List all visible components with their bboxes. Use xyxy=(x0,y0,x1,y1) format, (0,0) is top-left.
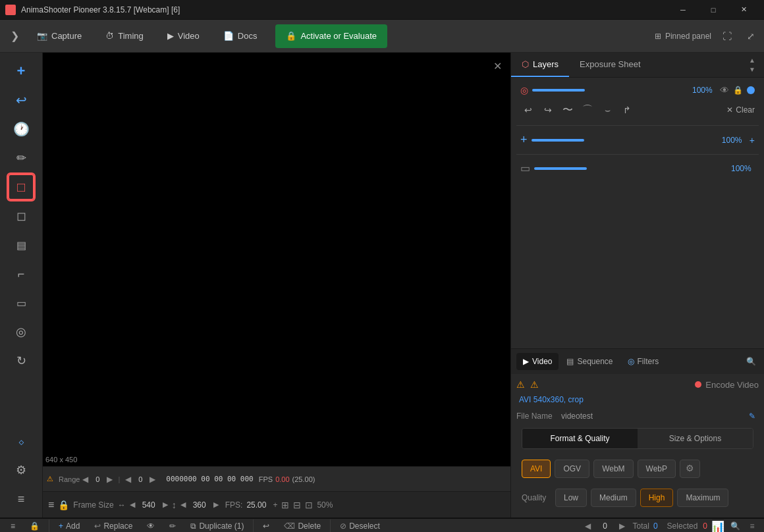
timeline-menu-button[interactable]: ≡ xyxy=(746,519,759,532)
layer-frame-icon[interactable]: ▭ xyxy=(520,162,530,174)
layer1-opacity-slider[interactable] xyxy=(532,89,585,92)
pencil-button[interactable]: ✏ xyxy=(8,145,34,171)
redirect-button[interactable]: ↱ xyxy=(619,102,635,118)
new-layer-button[interactable]: + xyxy=(8,58,34,84)
quality-btn-maximum[interactable]: Maximum xyxy=(677,489,728,507)
undo-button[interactable]: ↩ xyxy=(520,102,536,118)
layer3-opacity-bar[interactable] xyxy=(534,167,727,170)
tab-docs[interactable]: 📄 Docs xyxy=(213,24,268,48)
vsf-tab-video[interactable]: ▶ Video xyxy=(516,353,559,370)
tab-video[interactable]: ▶ Video xyxy=(157,24,210,48)
settings-button[interactable]: ⚙ xyxy=(8,457,34,483)
delete-button[interactable]: ⌫ Delete xyxy=(279,519,326,532)
fullscreen-button[interactable]: ⛶ xyxy=(719,28,735,44)
timeline-search-button[interactable]: 🔍 xyxy=(728,519,742,532)
deselect-button[interactable]: ⊘ Deselect xyxy=(335,519,385,532)
width-inc-button[interactable]: ▶ xyxy=(163,500,168,509)
tab-exposure-sheet[interactable]: Exposure Sheet xyxy=(569,53,651,77)
format-btn-avi[interactable]: AVI xyxy=(522,460,551,478)
timeline-sliders-button[interactable]: ≡ xyxy=(5,519,20,532)
minimize-button[interactable]: ─ xyxy=(668,0,698,20)
replace-button[interactable]: ↩ Replace xyxy=(89,519,138,532)
layer1-opacity-val: 100% xyxy=(692,86,716,95)
panel-scroll-down[interactable]: ▼ xyxy=(746,65,759,75)
format-btn-ogv[interactable]: OGV xyxy=(555,460,589,478)
fit-icon-2[interactable]: ⊟ xyxy=(293,500,301,510)
tab-layers[interactable]: ⬡ Layers xyxy=(511,53,569,77)
wave3-button[interactable]: ⌣ xyxy=(599,102,615,118)
maximize-button[interactable]: □ xyxy=(698,0,728,20)
encode-video-button[interactable]: Encode Video xyxy=(695,380,759,390)
layer1-lock-icon[interactable]: 🔒 xyxy=(733,86,743,95)
close-button[interactable]: ✕ xyxy=(728,0,759,20)
sliders-button[interactable]: ≡ xyxy=(8,486,34,512)
stairs-button[interactable]: ⌐ xyxy=(8,261,34,287)
sliders-icon-bottom[interactable]: ≡ xyxy=(48,499,54,511)
layer1-color[interactable] xyxy=(747,86,755,94)
quality-btn-high[interactable]: High xyxy=(640,489,674,507)
box-outline-button[interactable]: ◻ xyxy=(8,203,34,229)
layer1-opacity-bar[interactable] xyxy=(532,89,688,92)
format-btn-gear[interactable]: ⚙ xyxy=(680,460,700,478)
plus-icon[interactable]: + xyxy=(273,500,277,510)
lock-icon-bottom[interactable]: 🔒 xyxy=(58,500,69,510)
expand-button[interactable]: ⤢ xyxy=(743,28,759,44)
onion-skin-button[interactable]: ⬦ xyxy=(8,428,34,454)
fq-tab-format[interactable]: Format & Quality xyxy=(522,429,638,448)
layer2-plus-icon[interactable]: + xyxy=(750,135,755,146)
format-btn-webm[interactable]: WebM xyxy=(593,460,633,478)
wave2-button[interactable]: ⌒ xyxy=(580,102,595,118)
clock-button[interactable]: 🕐 xyxy=(8,116,34,142)
fq-tab-size[interactable]: Size & Options xyxy=(638,429,753,448)
layer3-opacity-slider[interactable] xyxy=(534,167,587,170)
timeline-undo-button[interactable]: ↩ xyxy=(258,519,275,532)
timeline-fwd-button[interactable]: ▶ xyxy=(616,519,629,532)
layer2-opacity-slider[interactable] xyxy=(532,139,584,142)
timeline-back-button[interactable]: ◀ xyxy=(582,519,595,532)
height-dec-button[interactable]: ◀ xyxy=(180,500,186,509)
frame-back-1[interactable]: ◀ xyxy=(82,475,88,484)
fit-icon-1[interactable]: ⊞ xyxy=(281,500,289,510)
frame-button[interactable]: ▭ xyxy=(8,290,34,316)
timeline-lock-button[interactable]: 🔒 xyxy=(24,519,45,532)
redo-button[interactable]: ↪ xyxy=(540,102,556,118)
clear-button[interactable]: ✕ Clear xyxy=(726,105,755,115)
circle-button[interactable]: ◎ xyxy=(8,319,34,345)
red-box-button[interactable]: □ xyxy=(8,174,34,200)
titlebar-controls[interactable]: ─ □ ✕ xyxy=(668,0,759,20)
layer1-eye-icon[interactable]: 👁 xyxy=(720,85,729,95)
quality-btn-low[interactable]: Low xyxy=(555,489,587,507)
layer2-opacity-bar[interactable] xyxy=(532,139,718,142)
vsf-search-button[interactable]: 🔍 xyxy=(743,354,759,369)
duplicate-button[interactable]: ⧉ Duplicate (1) xyxy=(185,519,249,532)
frame-fwd-2[interactable]: ▶ xyxy=(150,475,155,484)
wave1-button[interactable]: 〜 xyxy=(560,102,576,118)
frame-back-2[interactable]: ◀ xyxy=(125,475,131,484)
file-name-edit-button[interactable]: ✎ xyxy=(746,410,759,423)
eye-button[interactable]: 👁 xyxy=(142,519,160,532)
refresh-button[interactable]: ↻ xyxy=(8,348,34,374)
panel-scroll-up[interactable]: ▲ xyxy=(746,55,759,65)
timeline-sliders-icon: ≡ xyxy=(11,521,15,531)
timeline-pencil-button[interactable]: ✏ xyxy=(164,519,181,532)
fit-icon-3[interactable]: ⊡ xyxy=(305,500,313,510)
import-button[interactable]: ↩ xyxy=(8,87,34,113)
vsf-tab-sequence[interactable]: ▤ Sequence xyxy=(560,353,619,370)
tab-timing[interactable]: ⏱ Timing xyxy=(95,24,154,48)
activate-button[interactable]: 🔒 Activate or Evaluate xyxy=(275,24,387,48)
height-inc-button[interactable]: ▶ xyxy=(213,500,219,509)
layer-stack-button[interactable]: ▤ xyxy=(8,232,34,258)
pinned-panel-button[interactable]: ⊞ Pinned panel xyxy=(655,32,711,41)
frame-fwd-1[interactable]: ▶ xyxy=(107,475,113,484)
stats-button[interactable]: 📊 xyxy=(711,519,724,532)
tab-capture[interactable]: 📷 Capture xyxy=(26,24,92,48)
layer-add-plus-icon[interactable]: + xyxy=(520,133,528,147)
format-btn-webp[interactable]: WebP xyxy=(638,460,676,478)
toolbar-expand-icon[interactable]: ❯ xyxy=(5,27,24,45)
vsf-tab-filters[interactable]: ◎ Filters xyxy=(621,353,666,370)
avi-info[interactable]: AVI 540x360, crop xyxy=(516,395,759,404)
quality-btn-medium[interactable]: Medium xyxy=(591,489,636,507)
width-dec-button[interactable]: ◀ xyxy=(130,500,135,509)
canvas-close-button[interactable]: ✕ xyxy=(489,58,505,74)
add-button[interactable]: + Add xyxy=(53,519,85,532)
